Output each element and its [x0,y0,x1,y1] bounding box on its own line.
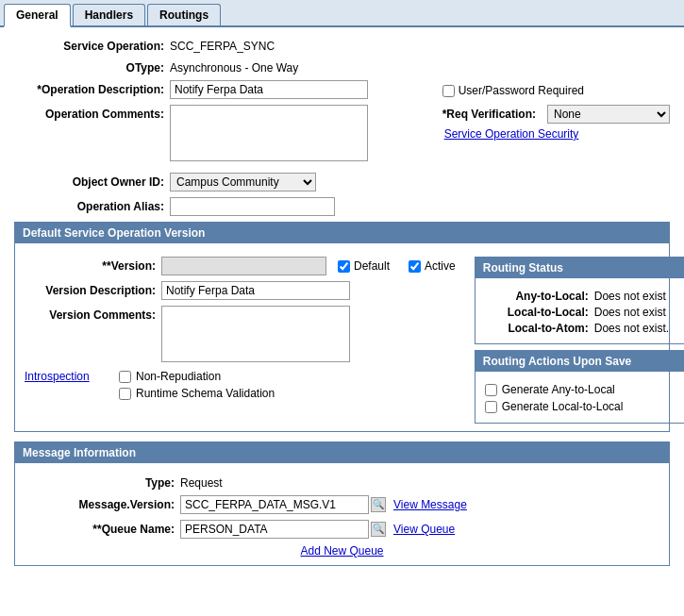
type-value: Request [180,476,223,490]
introspection-area: Introspection [25,370,109,383]
routing-local-local-label: Local-to-Local: [485,306,589,319]
user-password-row: User/Password Required [442,84,670,97]
op-comments-textarea[interactable] [170,105,368,161]
generate-any-local-checkbox[interactable] [485,384,497,396]
tab-routings[interactable]: Routings [147,4,221,25]
add-new-queue-link[interactable]: Add New Queue [300,544,383,558]
action-row-0: Generate Any-to-Local [485,383,684,396]
object-owner-select[interactable]: Campus Community [170,173,316,191]
version-desc-input[interactable] [161,281,350,300]
add-queue-area: Add New Queue [25,544,659,558]
default-version-inner: *Version: Default Active [15,249,669,431]
routing-actions-header: Routing Actions Upon Save [475,351,684,372]
generate-local-local-checkbox[interactable] [485,401,497,413]
object-owner-label: Object Owner ID: [14,173,170,189]
queue-name-row: *Queue Name: 🔍 View Queue [25,520,659,539]
service-operation-row: Service Operation: SCC_FERPA_SYNC [14,37,670,53]
non-repudiation-checkbox[interactable] [119,371,131,383]
default-active-row: Default Active [338,259,475,273]
default-version-header: Default Service Operation Version [15,223,669,243]
view-queue-link[interactable]: View Queue [393,523,455,536]
active-item: Active [409,259,456,273]
routing-actions-inner: Generate Any-to-Local Generate Local-to-… [475,377,684,423]
introspection-link[interactable]: Introspection [25,370,90,383]
routing-status-inner: Any-to-Local: Does not exist Local-to-Lo… [475,284,684,343]
routing-status-box: Routing Status Any-to-Local: Does not ex… [475,257,684,344]
message-version-search-icon[interactable]: 🔍 [371,497,386,512]
op-comments-row: Operation Comments: [14,105,424,161]
right-column: Routing Status Any-to-Local: Does not ex… [475,257,684,424]
non-repudiation-label: Non-Repudiation [136,370,221,383]
active-checkbox[interactable] [409,260,421,273]
routing-any-local-label: Any-to-Local: [485,290,589,303]
routing-row-1: Local-to-Local: Does not exist [485,306,684,319]
runtime-schema-checkbox[interactable] [119,388,131,400]
message-version-input[interactable] [180,495,369,514]
op-desc-label: *Operation Description: [14,80,170,96]
tab-general[interactable]: General [4,4,71,27]
operation-alias-label: Operation Alias: [14,197,170,213]
view-message-link[interactable]: View Message [393,498,467,511]
security-link[interactable]: Service Operation Security [444,127,579,141]
operation-alias-input[interactable] [170,197,335,216]
queue-name-search-icon[interactable]: 🔍 [371,522,386,537]
type-label: Type: [25,476,180,490]
routing-actions-box: Routing Actions Upon Save Generate Any-t… [475,350,684,424]
service-operation-label: Service Operation: [14,37,170,53]
non-repudiation-row: Non-Repudiation [119,370,275,383]
routing-local-atom-value: Does not exist. [589,322,684,335]
runtime-schema-row: Runtime Schema Validation [119,387,275,400]
left-column: *Version: Default Active [25,257,475,404]
routing-local-local-value: Does not exist [589,306,684,319]
two-col-layout: *Version: Default Active [25,257,659,424]
default-checkbox[interactable] [338,260,350,273]
default-version-section: Default Service Operation Version *Versi… [14,222,670,432]
req-verification-label: *Req Verification: [442,105,542,121]
routing-local-atom-label: Local-to-Atom: [485,322,589,335]
otype-label: OType: [14,58,170,75]
main-content: Service Operation: SCC_FERPA_SYNC OType:… [0,27,684,585]
default-label: Default [354,259,390,273]
op-comments-label: Operation Comments: [14,105,170,121]
otype-value: Asynchronous - One Way [170,58,298,75]
queue-name-input[interactable] [180,520,369,539]
message-version-row: Message.Version: 🔍 View Message [25,495,659,514]
message-info-section: Message Information Type: Request Messag… [14,441,670,566]
message-info-header: Message Information [15,442,669,463]
op-desc-row: *Operation Description: [14,80,424,99]
req-verification-row: *Req Verification: None [442,105,670,124]
active-label: Active [425,259,456,273]
otype-row: OType: Asynchronous - One Way [14,58,670,75]
routing-row-2: Local-to-Atom: Does not exist. [485,322,684,335]
tab-handlers[interactable]: Handlers [73,4,145,25]
version-comments-label: Version Comments: [25,306,161,322]
generate-any-local-label: Generate Any-to-Local [502,383,615,396]
version-input[interactable] [161,257,326,275]
version-label: *Version: [25,259,161,273]
service-operation-value: SCC_FERPA_SYNC [170,37,275,53]
routing-any-local-value: Does not exist [589,290,684,303]
routing-row-0: Any-to-Local: Does not exist [485,290,684,303]
op-desc-input[interactable] [170,80,368,99]
generate-local-local-label: Generate Local-to-Local [502,400,624,413]
queue-name-label: *Queue Name: [25,523,180,536]
action-row-1: Generate Local-to-Local [485,400,684,413]
req-verification-select[interactable]: None [547,105,670,124]
runtime-schema-label: Runtime Schema Validation [136,387,275,400]
version-desc-label: Version Description: [25,284,161,297]
operation-alias-row: Operation Alias: [14,197,670,216]
message-version-label: Message.Version: [25,498,180,511]
version-comments-textarea[interactable] [161,306,350,362]
tab-bar: General Handlers Routings [0,0,684,27]
user-password-label: User/Password Required [459,84,584,97]
routing-status-header: Routing Status [475,258,684,278]
type-row: Type: Request [25,476,659,490]
user-password-checkbox[interactable] [442,85,455,97]
default-item: Default [338,259,390,273]
object-owner-row: Object Owner ID: Campus Community [14,173,670,191]
message-info-inner: Type: Request Message.Version: 🔍 View Me… [15,469,669,565]
